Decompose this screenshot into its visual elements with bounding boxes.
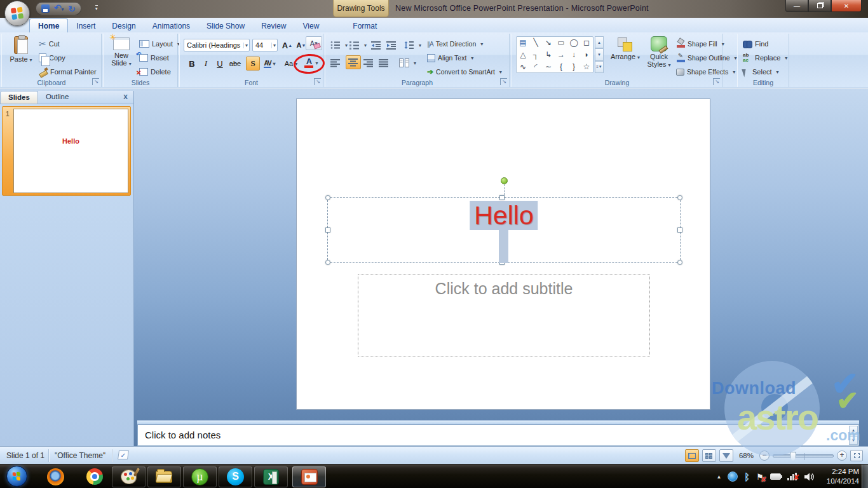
resize-handle-top-center[interactable] (499, 195, 505, 200)
shapes-gallery-more-button[interactable]: ≡▼ (595, 61, 604, 73)
oval-shape[interactable]: ◯ (569, 39, 578, 46)
bullets-button[interactable] (330, 39, 348, 51)
firefox-icon[interactable] (47, 468, 64, 485)
font-name-dropdown-icon[interactable]: ▾ (243, 43, 248, 48)
skype-taskbar-button[interactable]: S (219, 466, 252, 487)
slide-show-view-button[interactable] (719, 449, 733, 462)
paint-taskbar-button[interactable] (112, 466, 146, 487)
right-arrow-shape[interactable]: → (557, 51, 565, 58)
bluetooth-icon[interactable]: ᛒ (744, 471, 750, 482)
tab-view[interactable]: View (295, 19, 328, 32)
shapes-scroll-down-button[interactable]: ▼ (595, 48, 604, 60)
line-shape[interactable]: ╲ (533, 39, 538, 46)
customize-qat-icon[interactable]: ▾ (95, 5, 98, 11)
close-button[interactable]: ✕ (831, 0, 862, 12)
font-name-combobox[interactable]: Calibri (Headings ▾ (184, 39, 250, 51)
zoom-out-button[interactable]: − (759, 451, 770, 461)
show-desktop-button[interactable] (862, 464, 868, 488)
excel-taskbar-button[interactable]: X (254, 466, 288, 487)
layout-button[interactable]: Layout (139, 37, 180, 50)
text-direction-button[interactable]: ∥A Text Direction (427, 37, 483, 50)
elbow-arrow-shape[interactable]: ↳ (545, 51, 552, 58)
align-text-button[interactable]: Align Text (427, 51, 473, 64)
grow-font-button[interactable]: A▲ (280, 38, 294, 52)
title-placeholder[interactable]: Hello (327, 197, 681, 263)
font-dialog-launcher[interactable] (314, 78, 321, 85)
cut-button[interactable]: Cut (39, 37, 60, 50)
arrow-shape[interactable]: ↘ (545, 39, 552, 46)
office-button[interactable] (4, 1, 30, 26)
explorer-taskbar-button[interactable] (147, 466, 181, 487)
resize-handle-bottom-left[interactable] (325, 260, 330, 265)
increase-indent-button[interactable] (386, 39, 397, 51)
notes-splitter[interactable] (137, 420, 859, 424)
new-slide-button[interactable]: New Slide (107, 37, 135, 67)
notes-panel[interactable]: Click to add notes ▲ ▼ (137, 424, 859, 446)
fit-slide-to-window-button[interactable] (850, 450, 863, 461)
resize-handle-top-right[interactable] (677, 195, 682, 200)
battery-icon[interactable] (770, 473, 781, 480)
replace-button[interactable]: abac Replace (743, 51, 787, 64)
tab-slides[interactable]: Slides (0, 91, 38, 104)
tab-slide-show[interactable]: Slide Show (198, 19, 253, 32)
shape-outline-button[interactable]: ✎ Shape Outline (676, 51, 737, 64)
tab-format[interactable]: Format (344, 19, 385, 32)
resize-handle-middle-left[interactable] (325, 227, 330, 233)
paste-button[interactable]: Paste (7, 36, 35, 63)
tab-outline[interactable]: Outline (38, 91, 76, 104)
volume-icon[interactable] (804, 472, 815, 482)
font-size-combobox[interactable]: 44 ▾ (252, 39, 278, 51)
align-center-button[interactable] (346, 55, 361, 69)
tab-design[interactable]: Design (104, 19, 144, 32)
text-shadow-button[interactable]: S (246, 57, 260, 71)
line-spacing-button[interactable] (404, 39, 421, 51)
notes-scroll-down-icon[interactable]: ▼ (849, 436, 858, 445)
save-icon[interactable] (41, 4, 50, 13)
rectangle-shape[interactable]: ▭ (557, 39, 564, 46)
zoom-slider-thumb[interactable] (790, 452, 796, 461)
zoom-slider[interactable] (773, 454, 834, 458)
resize-handle-top-left[interactable] (325, 195, 330, 200)
underline-button[interactable]: U (213, 57, 227, 71)
slide-title-text[interactable]: Hello (474, 201, 533, 230)
numbering-button[interactable] (349, 39, 367, 51)
close-pane-icon[interactable]: x (123, 91, 133, 104)
right-brace-shape[interactable]: } (573, 63, 575, 71)
slide-canvas[interactable]: Hello Click to add subtitle (297, 99, 710, 409)
zoom-in-button[interactable]: + (837, 451, 847, 461)
utorrent-taskbar-button[interactable]: µ (183, 466, 217, 487)
powerpoint-taskbar-button[interactable] (292, 466, 326, 487)
select-button[interactable]: Select (743, 65, 779, 78)
taskbar-clock[interactable]: 2:24 PM 10/4/2014 (827, 467, 859, 486)
triangle-shape[interactable]: △ (520, 51, 526, 58)
restore-button[interactable] (808, 0, 831, 12)
show-hidden-icons-button[interactable]: ▲ (716, 474, 721, 480)
font-size-dropdown-icon[interactable]: ▾ (271, 43, 276, 48)
minimize-button[interactable]: — (785, 0, 808, 12)
resize-handle-bottom-right[interactable] (677, 260, 682, 265)
elbow-connector-shape[interactable]: ┐ (533, 51, 539, 58)
slide-thumbnail[interactable]: 1 Hello (2, 106, 131, 196)
shapes-scroll-up-button[interactable]: ▲ (595, 36, 604, 48)
text-box-shape[interactable]: ▤ (519, 39, 526, 46)
left-brace-shape[interactable]: { (560, 63, 562, 71)
shape-fill-button[interactable]: Shape Fill (676, 37, 724, 50)
align-right-button[interactable] (363, 57, 374, 69)
down-arrow-shape[interactable]: ↓ (572, 51, 576, 58)
tab-review[interactable]: Review (253, 19, 294, 32)
align-left-button[interactable] (330, 57, 341, 69)
copy-button[interactable]: Copy (39, 51, 65, 64)
quick-styles-button[interactable]: Quick Styles (644, 36, 674, 68)
subtitle-placeholder[interactable]: Click to add subtitle (358, 274, 650, 356)
star-shape[interactable]: ☆ (583, 63, 590, 71)
network-status-icon[interactable]: ✘ (787, 473, 797, 480)
arrange-button[interactable]: Arrange (609, 37, 642, 60)
start-button[interactable] (6, 466, 27, 487)
shape-effects-button[interactable]: Shape Effects (676, 65, 735, 78)
delete-button[interactable]: Delete (139, 65, 171, 78)
italic-button[interactable]: I (199, 57, 213, 71)
clear-formatting-button[interactable]: Aa (306, 36, 322, 50)
media-player-tray-icon[interactable] (728, 471, 738, 482)
callout-shape[interactable]: ◗ (584, 51, 588, 58)
tab-home[interactable]: Home (29, 18, 68, 32)
